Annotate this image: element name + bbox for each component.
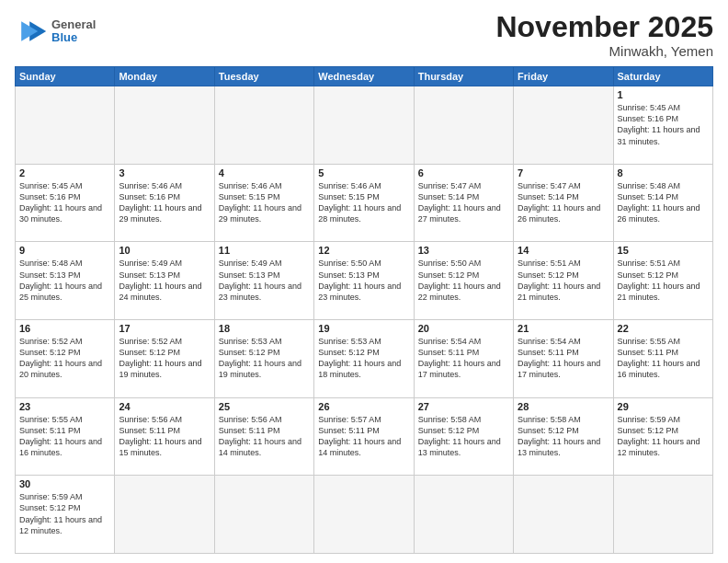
calendar-row-3: 9 Sunrise: 5:48 AMSunset: 5:13 PMDayligh… <box>16 242 713 320</box>
day-info-20: Sunrise: 5:54 AMSunset: 5:11 PMDaylight:… <box>418 336 509 381</box>
empty-cell <box>414 86 513 165</box>
day-cell-26: 26 Sunrise: 5:57 AMSunset: 5:11 PMDaylig… <box>314 397 414 476</box>
day-number-30: 30 <box>19 478 110 489</box>
col-sunday: Sunday <box>16 67 115 86</box>
day-cell-11: 11 Sunrise: 5:49 AMSunset: 5:13 PMDaylig… <box>214 242 313 320</box>
day-info-17: Sunrise: 5:52 AMSunset: 5:12 PMDaylight:… <box>119 336 210 381</box>
day-number-2: 2 <box>19 167 110 178</box>
day-cell-28: 28 Sunrise: 5:58 AMSunset: 5:12 PMDaylig… <box>514 397 613 476</box>
day-cell-12: 12 Sunrise: 5:50 AMSunset: 5:13 PMDaylig… <box>314 242 414 320</box>
logo-text: General Blue <box>51 18 96 45</box>
day-number-7: 7 <box>518 167 609 178</box>
day-info-12: Sunrise: 5:50 AMSunset: 5:13 PMDaylight:… <box>318 258 409 303</box>
day-number-26: 26 <box>318 401 409 412</box>
day-cell-8: 8 Sunrise: 5:48 AMSunset: 5:14 PMDayligh… <box>613 164 712 242</box>
day-number-5: 5 <box>318 167 409 178</box>
day-number-21: 21 <box>518 323 609 334</box>
day-cell-7: 7 Sunrise: 5:47 AMSunset: 5:14 PMDayligh… <box>514 164 613 242</box>
day-info-16: Sunrise: 5:52 AMSunset: 5:12 PMDaylight:… <box>19 336 110 381</box>
day-cell-15: 15 Sunrise: 5:51 AMSunset: 5:12 PMDaylig… <box>613 242 712 320</box>
day-info-23: Sunrise: 5:55 AMSunset: 5:11 PMDaylight:… <box>19 414 110 459</box>
month-title: November 2025 <box>495 11 713 43</box>
col-monday: Monday <box>115 67 214 86</box>
day-number-25: 25 <box>219 401 310 412</box>
day-info-2: Sunrise: 5:45 AMSunset: 5:16 PMDaylight:… <box>19 180 110 225</box>
day-number-3: 3 <box>119 167 210 178</box>
title-block: November 2025 Minwakh, Yemen <box>495 11 713 59</box>
weekday-header-row: Sunday Monday Tuesday Wednesday Thursday… <box>16 67 713 86</box>
day-number-23: 23 <box>19 401 110 412</box>
col-tuesday: Tuesday <box>214 67 313 86</box>
calendar-row-6: 30 Sunrise: 5:59 AMSunset: 5:12 PMDaylig… <box>16 476 713 554</box>
day-info-3: Sunrise: 5:46 AMSunset: 5:16 PMDaylight:… <box>119 180 210 225</box>
day-cell-4: 4 Sunrise: 5:46 AMSunset: 5:15 PMDayligh… <box>214 164 313 242</box>
empty-cell <box>214 476 313 554</box>
day-cell-21: 21 Sunrise: 5:54 AMSunset: 5:11 PMDaylig… <box>514 320 613 398</box>
day-info-18: Sunrise: 5:53 AMSunset: 5:12 PMDaylight:… <box>219 336 310 381</box>
day-info-6: Sunrise: 5:47 AMSunset: 5:14 PMDaylight:… <box>418 180 509 225</box>
empty-cell <box>115 86 214 165</box>
day-cell-23: 23 Sunrise: 5:55 AMSunset: 5:11 PMDaylig… <box>16 397 115 476</box>
day-cell-13: 13 Sunrise: 5:50 AMSunset: 5:12 PMDaylig… <box>414 242 513 320</box>
day-number-13: 13 <box>418 245 509 256</box>
generalblue-logo-icon <box>15 15 48 48</box>
day-cell-3: 3 Sunrise: 5:46 AMSunset: 5:16 PMDayligh… <box>115 164 214 242</box>
empty-cell <box>314 476 414 554</box>
day-info-14: Sunrise: 5:51 AMSunset: 5:12 PMDaylight:… <box>518 258 609 303</box>
logo-blue: Blue <box>51 31 96 44</box>
day-number-24: 24 <box>119 401 210 412</box>
day-cell-22: 22 Sunrise: 5:55 AMSunset: 5:11 PMDaylig… <box>613 320 712 398</box>
empty-cell <box>115 476 214 554</box>
empty-cell <box>414 476 513 554</box>
calendar-table: Sunday Monday Tuesday Wednesday Thursday… <box>15 66 713 554</box>
day-cell-18: 18 Sunrise: 5:53 AMSunset: 5:12 PMDaylig… <box>214 320 313 398</box>
day-cell-25: 25 Sunrise: 5:56 AMSunset: 5:11 PMDaylig… <box>214 397 313 476</box>
day-cell-30: 30 Sunrise: 5:59 AMSunset: 5:12 PMDaylig… <box>16 476 115 554</box>
day-info-28: Sunrise: 5:58 AMSunset: 5:12 PMDaylight:… <box>518 414 609 459</box>
day-number-6: 6 <box>418 167 509 178</box>
day-info-29: Sunrise: 5:59 AMSunset: 5:12 PMDaylight:… <box>618 414 709 459</box>
day-cell-24: 24 Sunrise: 5:56 AMSunset: 5:11 PMDaylig… <box>115 397 214 476</box>
day-cell-10: 10 Sunrise: 5:49 AMSunset: 5:13 PMDaylig… <box>115 242 214 320</box>
location-title: Minwakh, Yemen <box>495 43 713 59</box>
day-cell-6: 6 Sunrise: 5:47 AMSunset: 5:14 PMDayligh… <box>414 164 513 242</box>
day-number-29: 29 <box>618 401 709 412</box>
day-info-8: Sunrise: 5:48 AMSunset: 5:14 PMDaylight:… <box>618 180 709 225</box>
empty-cell <box>613 476 712 554</box>
day-info-30: Sunrise: 5:59 AMSunset: 5:12 PMDaylight:… <box>19 491 110 536</box>
day-cell-1: 1 Sunrise: 5:45 AMSunset: 5:16 PMDayligh… <box>613 86 712 165</box>
empty-cell <box>514 476 613 554</box>
day-number-28: 28 <box>518 401 609 412</box>
calendar-row-1: 1 Sunrise: 5:45 AMSunset: 5:16 PMDayligh… <box>16 86 713 165</box>
day-info-11: Sunrise: 5:49 AMSunset: 5:13 PMDaylight:… <box>219 258 310 303</box>
day-number-22: 22 <box>618 323 709 334</box>
day-info-13: Sunrise: 5:50 AMSunset: 5:12 PMDaylight:… <box>418 258 509 303</box>
day-cell-27: 27 Sunrise: 5:58 AMSunset: 5:12 PMDaylig… <box>414 397 513 476</box>
day-number-27: 27 <box>418 401 509 412</box>
day-info-26: Sunrise: 5:57 AMSunset: 5:11 PMDaylight:… <box>318 414 409 459</box>
calendar-row-2: 2 Sunrise: 5:45 AMSunset: 5:16 PMDayligh… <box>16 164 713 242</box>
day-info-22: Sunrise: 5:55 AMSunset: 5:11 PMDaylight:… <box>618 336 709 381</box>
day-number-8: 8 <box>618 167 709 178</box>
day-cell-29: 29 Sunrise: 5:59 AMSunset: 5:12 PMDaylig… <box>613 397 712 476</box>
day-info-21: Sunrise: 5:54 AMSunset: 5:11 PMDaylight:… <box>518 336 609 381</box>
col-saturday: Saturday <box>613 67 712 86</box>
page: General Blue November 2025 Minwakh, Yeme… <box>0 0 728 563</box>
day-info-5: Sunrise: 5:46 AMSunset: 5:15 PMDaylight:… <box>318 180 409 225</box>
day-cell-2: 2 Sunrise: 5:45 AMSunset: 5:16 PMDayligh… <box>16 164 115 242</box>
empty-cell <box>514 86 613 165</box>
day-number-10: 10 <box>119 245 210 256</box>
header: General Blue November 2025 Minwakh, Yeme… <box>15 11 713 59</box>
day-info-24: Sunrise: 5:56 AMSunset: 5:11 PMDaylight:… <box>119 414 210 459</box>
calendar-row-5: 23 Sunrise: 5:55 AMSunset: 5:11 PMDaylig… <box>16 397 713 476</box>
day-number-16: 16 <box>19 323 110 334</box>
day-number-18: 18 <box>219 323 310 334</box>
day-info-9: Sunrise: 5:48 AMSunset: 5:13 PMDaylight:… <box>19 258 110 303</box>
day-cell-16: 16 Sunrise: 5:52 AMSunset: 5:12 PMDaylig… <box>16 320 115 398</box>
logo: General Blue <box>15 15 96 48</box>
day-info-4: Sunrise: 5:46 AMSunset: 5:15 PMDaylight:… <box>219 180 310 225</box>
col-wednesday: Wednesday <box>314 67 414 86</box>
empty-cell <box>16 86 115 165</box>
day-info-15: Sunrise: 5:51 AMSunset: 5:12 PMDaylight:… <box>618 258 709 303</box>
day-number-15: 15 <box>618 245 709 256</box>
